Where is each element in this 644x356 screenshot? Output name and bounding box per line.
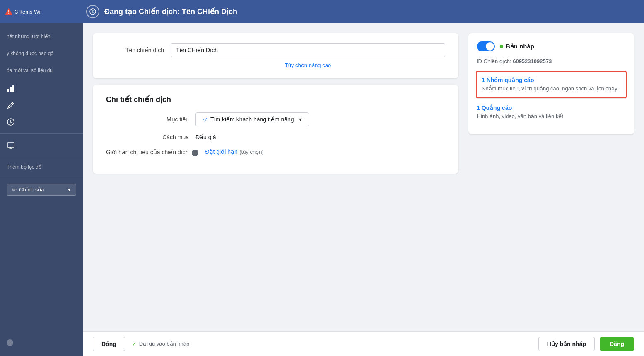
purchase-method-label: Cách mua	[106, 134, 189, 140]
objective-row: Mục tiêu ▽ Tìm kiếm khách hàng tiềm năng…	[106, 112, 445, 126]
sidebar-filter-item[interactable]: Thêm bộ lọc để	[0, 161, 83, 173]
sidebar-clock-icon-item[interactable]	[0, 114, 83, 130]
campaign-name-field-row: Tên chiến dịch	[106, 43, 445, 57]
right-panel: Bản nháp ID Chiến dịch: 6095231092573 1 …	[468, 33, 634, 134]
monitor-icon	[7, 141, 15, 150]
top-bar: ! 3 Items Wi Đang tạo Chiến dịch: Tên CH…	[0, 0, 644, 23]
sidebar-chart-icon-item[interactable]	[0, 80, 83, 97]
objective-dropdown-icon: ▾	[299, 116, 302, 123]
bottom-bar: Đóng ✓ Đã lưu vào bản nháp Hủy bản nháp …	[83, 331, 644, 356]
svg-rect-3	[10, 87, 12, 92]
warning-icon: !	[5, 8, 12, 15]
objective-label: Mục tiêu	[106, 116, 189, 123]
edit-dropdown-icon: ▾	[68, 186, 71, 193]
ad-title: 1 Quảng cáo	[477, 104, 626, 111]
sidebar-edit-icon-item[interactable]	[0, 97, 83, 114]
campaign-id: ID Chiến dịch: 6095231092573	[477, 58, 626, 64]
left-sidebar: hất những lượt hiển y không được bao gồ …	[0, 23, 83, 356]
top-bar-main: Đang tạo Chiến dịch: Tên CHiến Dịch	[83, 5, 644, 18]
edit-button-label: Chỉnh sửa	[19, 186, 44, 193]
campaign-details-card: Chi tiết chiến dịch Mục tiêu ▽ Tìm kiếm …	[93, 85, 458, 174]
ad-group-desc: Nhắm mục tiêu, vị trí quảng cáo, ngân sá…	[482, 85, 621, 92]
bottom-left: Đóng ✓ Đã lưu vào bản nháp	[93, 337, 189, 351]
purchase-method-value: Đấu giá	[195, 134, 216, 140]
ad-group-title: 1 Nhóm quảng cáo	[482, 77, 621, 83]
sidebar-divider-1	[0, 133, 83, 134]
filter-icon: ▽	[203, 116, 207, 123]
content-area: hất những lượt hiển y không được bao gồ …	[0, 23, 644, 356]
publish-button[interactable]: Đăng	[600, 337, 634, 351]
panel-header: Bản nháp	[477, 41, 626, 51]
ad-desc: Hình ảnh, video, văn bản và liên kết	[477, 113, 626, 120]
warning-text: 3 Items Wi	[15, 9, 40, 15]
campaign-name-card: Tên chiến dịch Tùy chọn nâng cao	[93, 33, 458, 78]
green-dot-icon	[500, 45, 503, 48]
budget-set-link[interactable]: Đặt giới hạn	[205, 148, 237, 155]
advanced-options-link[interactable]: Tùy chọn nâng cao	[171, 62, 445, 68]
main-content: Tên chiến dịch Tùy chọn nâng cao Chi tiế…	[83, 23, 644, 356]
budget-row: Giới hạn chi tiêu của chiến dịch i Đặt g…	[106, 148, 445, 156]
draft-status: Bản nháp	[500, 43, 534, 50]
sidebar-divider-2	[0, 157, 83, 157]
info-icon-sidebar: i	[7, 339, 13, 346]
svg-rect-6	[7, 143, 14, 147]
sidebar-text-1: hất những lượt hiển	[0, 30, 83, 44]
sidebar-monitor-icon-item[interactable]	[0, 137, 83, 154]
objective-value: Tìm kiếm khách hàng tiềm năng	[210, 116, 294, 123]
sidebar-edit-section: ✏ Chỉnh sửa ▾	[0, 180, 83, 199]
pencil-icon	[7, 101, 15, 109]
svg-text:!: !	[8, 10, 9, 15]
back-button[interactable]	[86, 5, 99, 18]
close-button[interactable]: Đóng	[93, 337, 125, 351]
purchase-method-row: Cách mua Đấu giá	[106, 134, 445, 140]
main-scroll-area: Tên chiến dịch Tùy chọn nâng cao Chi tiế…	[83, 23, 644, 331]
filter-placeholder-text: Thêm bộ lọc để	[7, 164, 41, 170]
sidebar-text-2: y không được bao gồ	[0, 47, 83, 61]
sidebar-text-3: óa một vài số liệu du	[0, 64, 83, 77]
top-bar-left: ! 3 Items Wi	[0, 8, 83, 15]
edit-button[interactable]: ✏ Chỉnh sửa ▾	[7, 184, 76, 196]
svg-rect-2	[7, 89, 9, 92]
svg-rect-4	[12, 85, 14, 92]
ad-section[interactable]: 1 Quảng cáo Hình ảnh, video, văn bản và …	[477, 98, 626, 126]
campaign-details-title: Chi tiết chiến dịch	[106, 95, 445, 104]
bar-chart-icon	[7, 85, 15, 93]
svg-point-1	[90, 9, 96, 15]
draft-label: Bản nháp	[506, 43, 534, 50]
clock-icon	[7, 118, 15, 126]
cancel-draft-button[interactable]: Hủy bản nháp	[538, 337, 595, 351]
sidebar-divider-3	[0, 177, 83, 177]
bottom-right: Hủy bản nháp Đăng	[538, 337, 634, 351]
info-icon[interactable]: i	[192, 150, 198, 156]
status-toggle[interactable]	[477, 41, 495, 51]
campaign-name-label: Tên chiến dịch	[106, 47, 164, 53]
budget-content: Đặt giới hạn (tùy chọn)	[205, 148, 263, 155]
ad-group-section[interactable]: 1 Nhóm quảng cáo Nhắm mục tiêu, vị trí q…	[476, 71, 627, 98]
objective-button[interactable]: ▽ Tìm kiếm khách hàng tiềm năng ▾	[195, 112, 309, 126]
warning-badge: ! 3 Items Wi	[5, 8, 40, 15]
budget-optional-text: (tùy chọn)	[239, 149, 264, 155]
checkmark-icon: ✓	[132, 341, 137, 347]
budget-label: Giới hạn chi tiêu của chiến dịch i	[106, 148, 198, 156]
form-area: Tên chiến dịch Tùy chọn nâng cao Chi tiế…	[93, 33, 458, 321]
campaign-name-input[interactable]	[171, 43, 445, 57]
page-title: Đang tạo Chiến dịch: Tên CHiến Dịch	[104, 7, 237, 16]
saved-status: ✓ Đã lưu vào bản nháp	[132, 341, 190, 347]
edit-icon: ✏	[12, 186, 17, 193]
